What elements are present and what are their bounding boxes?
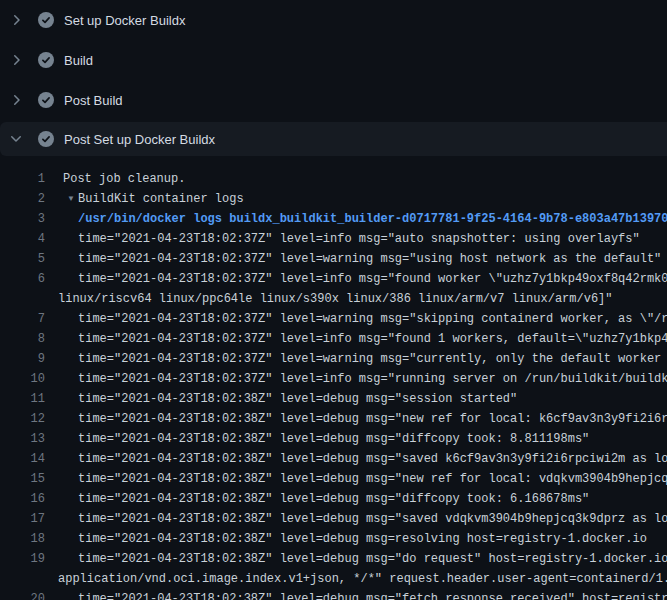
log-row: 18 time="2021-04-23T18:02:38Z" level=deb… [0, 529, 667, 549]
log-text: time="2021-04-23T18:02:38Z" level=debug … [78, 549, 667, 569]
log-row: 4 time="2021-04-23T18:02:37Z" level=info… [0, 229, 667, 249]
log-row: 16 time="2021-04-23T18:02:38Z" level=deb… [0, 489, 667, 509]
line-number[interactable]: 11 [0, 389, 45, 409]
line-number[interactable]: 20 [0, 589, 45, 600]
group-collapse-triangle-icon[interactable]: ▼ [67, 189, 78, 209]
log-panel: 1 Post job cleanup. 2 ▼BuildKit containe… [0, 156, 667, 600]
log-text: application/vnd.oci.image.index.v1+json,… [58, 569, 667, 589]
chevron-right-icon [8, 92, 24, 108]
line-number[interactable]: 2 [0, 189, 45, 209]
log-row: 12 time="2021-04-23T18:02:38Z" level=deb… [0, 409, 667, 429]
log-row: 3 /usr/bin/docker logs buildx_buildkit_b… [0, 209, 667, 229]
step-label: Post Set up Docker Buildx [64, 132, 215, 147]
log-row: 10 time="2021-04-23T18:02:37Z" level=inf… [0, 369, 667, 389]
log-row: 14 time="2021-04-23T18:02:38Z" level=deb… [0, 449, 667, 469]
log-row: 17 time="2021-04-23T18:02:38Z" level=deb… [0, 509, 667, 529]
log-row: 6 time="2021-04-23T18:02:37Z" level=info… [0, 269, 667, 289]
line-number[interactable] [0, 289, 45, 309]
log-row: 20 time="2021-04-23T18:02:38Z" level=deb… [0, 589, 667, 600]
log-text: time="2021-04-23T18:02:37Z" level=info m… [78, 369, 667, 389]
check-circle-icon [38, 12, 54, 28]
line-number[interactable]: 18 [0, 529, 45, 549]
log-text: time="2021-04-23T18:02:37Z" level=warnin… [78, 249, 667, 269]
log-text: time="2021-04-23T18:02:38Z" level=debug … [78, 389, 667, 409]
log-row: 7 time="2021-04-23T18:02:37Z" level=warn… [0, 309, 667, 329]
log-row: 19 time="2021-04-23T18:02:38Z" level=deb… [0, 549, 667, 569]
log-text: time="2021-04-23T18:02:38Z" level=debug … [78, 509, 667, 529]
log-row: linux/riscv64 linux/ppc64le linux/s390x … [0, 289, 667, 309]
line-number[interactable]: 17 [0, 509, 45, 529]
line-number[interactable]: 15 [0, 469, 45, 489]
log-text: time="2021-04-23T18:02:37Z" level=info m… [78, 229, 667, 249]
line-number[interactable]: 3 [0, 209, 45, 229]
line-number[interactable]: 6 [0, 269, 45, 289]
step-label: Post Build [64, 93, 123, 108]
log-row: application/vnd.oci.image.index.v1+json,… [0, 569, 667, 589]
step-header-set-up-docker-buildx[interactable]: Set up Docker Buildx [0, 0, 667, 40]
line-number[interactable]: 19 [0, 549, 45, 569]
log-text: time="2021-04-23T18:02:37Z" level=info m… [78, 329, 667, 349]
log-text: time="2021-04-23T18:02:38Z" level=debug … [78, 529, 667, 549]
line-number[interactable]: 14 [0, 449, 45, 469]
log-text: time="2021-04-23T18:02:37Z" level=info m… [78, 269, 667, 289]
log-group-toggle[interactable]: ▼BuildKit container logs [67, 189, 667, 209]
line-number[interactable]: 16 [0, 489, 45, 509]
log-command-text: /usr/bin/docker logs buildx_buildkit_bui… [78, 209, 667, 229]
step-label: Build [64, 53, 93, 68]
line-number[interactable]: 12 [0, 409, 45, 429]
log-row: 2 ▼BuildKit container logs [0, 189, 667, 209]
chevron-right-icon [8, 12, 24, 28]
log-text: linux/riscv64 linux/ppc64le linux/s390x … [58, 289, 667, 309]
log-text: time="2021-04-23T18:02:38Z" level=debug … [78, 469, 667, 489]
step-header-post-build[interactable]: Post Build [0, 80, 667, 120]
log-text: time="2021-04-23T18:02:38Z" level=debug … [78, 409, 667, 429]
log-row: 5 time="2021-04-23T18:02:37Z" level=warn… [0, 249, 667, 269]
line-number[interactable] [0, 569, 45, 589]
chevron-right-icon [8, 52, 24, 68]
line-number[interactable]: 9 [0, 349, 45, 369]
log-text: time="2021-04-23T18:02:38Z" level=debug … [78, 589, 667, 600]
workflow-log-viewer: Set up Docker Buildx Build [0, 0, 667, 600]
line-number[interactable]: 8 [0, 329, 45, 349]
check-circle-icon [38, 131, 54, 147]
line-number[interactable]: 7 [0, 309, 45, 329]
step-label: Set up Docker Buildx [64, 13, 185, 28]
check-circle-icon [38, 92, 54, 108]
log-text: time="2021-04-23T18:02:37Z" level=warnin… [78, 309, 667, 329]
line-number[interactable]: 5 [0, 249, 45, 269]
step-header-post-set-up-docker-buildx[interactable]: Post Set up Docker Buildx [0, 122, 667, 156]
line-number[interactable]: 10 [0, 369, 45, 389]
log-text: time="2021-04-23T18:02:37Z" level=warnin… [78, 349, 667, 369]
step-header-build[interactable]: Build [0, 40, 667, 80]
log-text: time="2021-04-23T18:02:38Z" level=debug … [78, 489, 667, 509]
check-circle-icon [38, 52, 54, 68]
chevron-down-icon [8, 131, 24, 147]
log-text: Post job cleanup. [63, 169, 667, 189]
line-number[interactable]: 4 [0, 229, 45, 249]
log-row: 1 Post job cleanup. [0, 169, 667, 189]
log-row: 9 time="2021-04-23T18:02:37Z" level=warn… [0, 349, 667, 369]
line-number[interactable]: 1 [0, 169, 45, 189]
line-number[interactable]: 13 [0, 429, 45, 449]
log-row: 11 time="2021-04-23T18:02:38Z" level=deb… [0, 389, 667, 409]
log-text: time="2021-04-23T18:02:38Z" level=debug … [78, 449, 667, 469]
steps-list: Set up Docker Buildx Build [0, 0, 667, 156]
log-row: 15 time="2021-04-23T18:02:38Z" level=deb… [0, 469, 667, 489]
log-text: time="2021-04-23T18:02:38Z" level=debug … [78, 429, 667, 449]
log-row: 8 time="2021-04-23T18:02:37Z" level=info… [0, 329, 667, 349]
log-row: 13 time="2021-04-23T18:02:38Z" level=deb… [0, 429, 667, 449]
